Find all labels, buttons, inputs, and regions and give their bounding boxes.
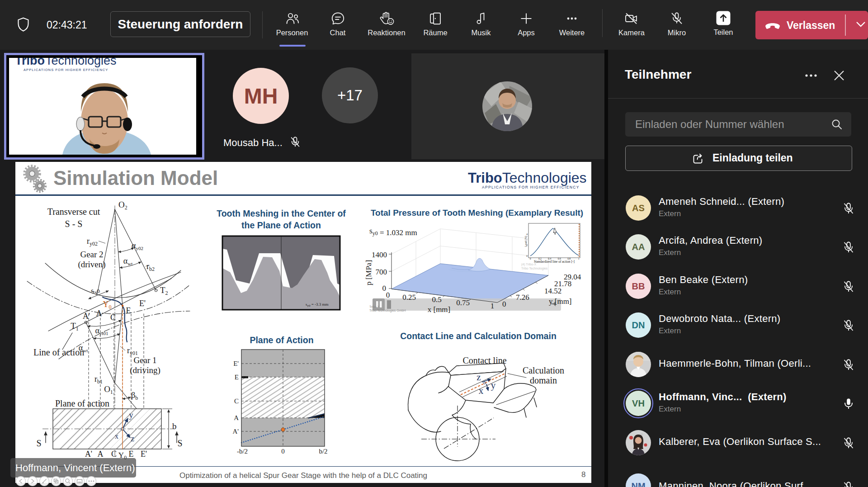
svg-text:C: C	[234, 397, 239, 405]
svg-text:Total Pressure of Tooth Meshin: Total Pressure of Tooth Meshing (Exampla…	[371, 208, 583, 217]
svg-text:αy02: αy02	[132, 241, 143, 251]
svg-text:x: x	[115, 432, 118, 440]
svg-text:A': A'	[83, 312, 90, 321]
svg-text:x: x	[479, 385, 484, 396]
svg-text:A': A'	[232, 428, 239, 435]
svg-text:A: A	[98, 449, 104, 459]
svg-text:Y0: Y0	[103, 300, 112, 310]
svg-text:Tribo-X: Tribo-X	[369, 305, 380, 308]
svg-text:y: y	[491, 380, 496, 391]
svg-text:(driven): (driven)	[78, 260, 105, 270]
svg-text:z: z	[476, 372, 481, 383]
svg-text:0: 0	[386, 291, 390, 299]
svg-text:sy0 = 1.032 mm: sy0 = 1.032 mm	[369, 227, 417, 237]
svg-text:0.75: 0.75	[456, 298, 470, 307]
svg-text:C: C	[110, 313, 116, 322]
svg-text:S: S	[177, 438, 182, 448]
svg-text:0: 0	[382, 284, 387, 293]
svg-text:E': E'	[139, 299, 146, 308]
svg-text:z: z	[131, 434, 134, 443]
svg-text:E': E'	[141, 449, 147, 459]
svg-text:ry01: ry01	[127, 346, 138, 356]
svg-text:rb2: rb2	[146, 262, 155, 272]
svg-text:1400: 1400	[372, 251, 387, 259]
svg-text:1: 1	[491, 302, 495, 310]
svg-text:Line of action: Line of action	[33, 347, 84, 357]
svg-text:-b/2: -b/2	[237, 448, 248, 455]
svg-text:T2: T2	[160, 285, 168, 296]
svg-text:0: 0	[502, 300, 506, 308]
svg-text:A: A	[96, 309, 102, 318]
svg-text:29.04: 29.04	[564, 273, 581, 281]
svg-text:0.2: 0.2	[538, 257, 542, 260]
svg-text:Tribo: Tribo	[15, 58, 45, 67]
svg-text:αwt: αwt	[123, 256, 132, 266]
svg-text:S - S: S - S	[65, 219, 83, 229]
svg-text:0.5: 0.5	[432, 295, 441, 304]
svg-text:0: 0	[530, 257, 531, 260]
svg-text:y: y	[129, 411, 133, 420]
svg-text:2: 2	[526, 244, 528, 246]
svg-text:0.25: 0.25	[402, 293, 416, 302]
svg-text:rb1: rb1	[94, 374, 103, 385]
svg-text:A: A	[234, 414, 239, 421]
svg-text:βb: βb	[131, 391, 138, 401]
svg-text:A': A'	[85, 449, 92, 459]
svg-text:E: E	[129, 449, 134, 459]
svg-text:p [MPa]: p [MPa]	[364, 260, 373, 285]
svg-text:(driving): (driving)	[130, 365, 160, 375]
svg-text:Contact Line and Calculation D: Contact Line and Calculation Domain	[400, 331, 557, 341]
svg-text:O2: O2	[118, 200, 127, 211]
svg-text:Plane of action: Plane of action	[55, 398, 109, 408]
svg-text:domain: domain	[530, 375, 557, 385]
svg-text:Transverse cut: Transverse cut	[47, 207, 100, 217]
svg-text:Tribo Technologies: Tribo Technologies	[521, 267, 548, 270]
svg-text:E: E	[235, 374, 239, 381]
svg-text:b/2: b/2	[319, 448, 327, 455]
svg-text:Calculation: Calculation	[523, 365, 564, 375]
svg-text:APPLICATIONS FOR HIGHER EFFICI: APPLICATIONS FOR HIGHER EFFICIENCY	[24, 68, 108, 72]
svg-text:Technologies: Technologies	[45, 58, 117, 67]
svg-text:Gear 2: Gear 2	[80, 250, 103, 259]
svg-text:the Plane of Action: the Plane of Action	[241, 220, 321, 230]
svg-text:x [mm]: x [mm]	[428, 305, 451, 314]
svg-text:αyt01: αyt01	[95, 326, 108, 336]
svg-text:0: 0	[281, 448, 285, 455]
svg-text:Plane of Action: Plane of Action	[250, 335, 313, 345]
svg-text:E': E'	[233, 360, 239, 367]
svg-text:700: 700	[376, 268, 387, 276]
svg-text:T1: T1	[71, 321, 79, 332]
svg-text:0.4: 0.4	[548, 257, 551, 260]
svg-text:0: 0	[526, 255, 528, 257]
svg-text:7.26: 7.26	[516, 293, 529, 302]
svg-text:C: C	[111, 449, 117, 459]
svg-text:(4) Tribo-X: (4) Tribo-X	[521, 263, 536, 266]
svg-text:0.6: 0.6	[558, 257, 561, 260]
svg-text:Tribo Technologies GmbH: Tribo Technologies GmbH	[369, 309, 406, 312]
svg-text:4: 4	[526, 233, 528, 236]
svg-text:ry02: ry02	[87, 236, 98, 247]
svg-text:Tooth Meshing in the Center of: Tooth Meshing in the Center of	[217, 208, 346, 218]
svg-text:E: E	[126, 306, 131, 315]
svg-text:b: b	[172, 421, 177, 431]
svg-text:Gear 1: Gear 1	[133, 355, 156, 365]
svg-text:S: S	[36, 438, 41, 448]
svg-text:1: 1	[578, 257, 580, 260]
svg-text:0.8: 0.8	[567, 257, 571, 260]
svg-text:Standardized line of action [-: Standardized line of action [-]	[534, 260, 575, 264]
svg-text:O1: O1	[104, 384, 113, 395]
svg-text:y [mm]: y [mm]	[549, 297, 572, 306]
